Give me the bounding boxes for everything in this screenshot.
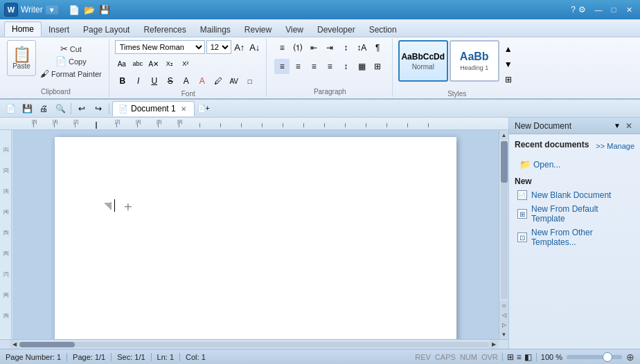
- tab-developer[interactable]: Developer: [310, 23, 362, 37]
- document-canvas[interactable]: [12, 130, 499, 339]
- open-icon[interactable]: 📂: [82, 3, 97, 17]
- font-special-btn[interactable]: Aa: [115, 57, 129, 71]
- text-bg-btn[interactable]: 🖊: [211, 73, 226, 89]
- para-spacing-btn[interactable]: ↕: [338, 40, 353, 55]
- new-section-label: New: [515, 176, 634, 186]
- new-from-other-btn[interactable]: ⊡ New From Other Templates...: [515, 226, 634, 248]
- sort-btn[interactable]: ↕A: [354, 40, 369, 55]
- zoom-in-btn[interactable]: ⊕: [626, 352, 634, 363]
- minimize-btn[interactable]: —: [592, 3, 605, 16]
- vertical-ruler: |1| |2| |3| |4| |5| |6| |7| |8| |9|: [0, 130, 12, 339]
- new-icon[interactable]: 📄: [66, 3, 82, 17]
- line-spacing-btn[interactable]: ↕: [338, 59, 353, 74]
- cut-button[interactable]: ✂ Cut: [57, 43, 85, 55]
- format-painter-button[interactable]: 🖌 Format Painter: [37, 68, 105, 80]
- tab-home[interactable]: Home: [4, 21, 42, 37]
- style-normal-card[interactable]: AaBbCcDd Normal: [398, 40, 448, 82]
- open-button[interactable]: 📁 Open...: [515, 156, 634, 172]
- hscroll-thumb[interactable]: [19, 342, 75, 347]
- font-name-select[interactable]: Times New Roman: [115, 40, 205, 54]
- toolbar-new[interactable]: 📄: [3, 102, 18, 116]
- view-icon-2[interactable]: ≡: [517, 352, 522, 362]
- styles-more[interactable]: ⊞: [501, 72, 516, 87]
- list-number-btn[interactable]: ⑴: [290, 40, 305, 55]
- hscroll-right-btn[interactable]: ▶: [489, 340, 499, 349]
- toolbar-new-tab[interactable]: 📄+: [196, 102, 211, 116]
- font-abc-btn[interactable]: abc: [131, 57, 145, 71]
- align-center-btn[interactable]: ≡: [290, 59, 305, 74]
- status-page: Page: 1/1: [73, 353, 105, 361]
- doc-tab-close[interactable]: ✕: [179, 104, 188, 113]
- view-icon-3[interactable]: ◧: [524, 352, 532, 362]
- scroll-down-btn[interactable]: ▼: [499, 329, 509, 339]
- font-sub-btn[interactable]: X₂: [163, 57, 177, 71]
- font-clear-btn[interactable]: A✕: [147, 57, 161, 71]
- strikethrough-button[interactable]: S: [163, 73, 178, 89]
- scroll-prev-btn[interactable]: ◁: [499, 310, 509, 320]
- panel-close-btn[interactable]: ✕: [623, 120, 634, 131]
- toolbar-find[interactable]: 🔍: [53, 102, 68, 116]
- view-icon-1[interactable]: ⊞: [507, 352, 514, 362]
- tab-insert[interactable]: Insert: [42, 23, 76, 37]
- tab-view[interactable]: View: [278, 23, 310, 37]
- underline-button[interactable]: U: [147, 73, 162, 89]
- vscroll-thumb[interactable]: [501, 141, 508, 183]
- border-para-btn[interactable]: ⊞: [370, 59, 385, 74]
- toolbar-print[interactable]: 🖨: [36, 102, 51, 116]
- tab-review[interactable]: Review: [238, 23, 278, 37]
- scroll-next-btn[interactable]: ▷: [499, 320, 509, 329]
- align-left-btn[interactable]: ≡: [274, 59, 290, 74]
- tab-mailings[interactable]: Mailings: [193, 23, 238, 37]
- shading-btn[interactable]: ▦: [354, 59, 369, 74]
- scroll-zoom-btn[interactable]: ○: [499, 300, 509, 310]
- bold-button[interactable]: B: [115, 73, 130, 89]
- align-right-btn[interactable]: ≡: [306, 59, 321, 74]
- help-icon[interactable]: ?: [571, 5, 576, 15]
- new-default-icon: ⊞: [517, 209, 527, 219]
- tab-references[interactable]: References: [136, 23, 193, 37]
- hscroll-left-btn[interactable]: ◀: [10, 340, 19, 349]
- manage-link[interactable]: >> Manage: [596, 142, 634, 150]
- highlight-btn[interactable]: A: [179, 73, 194, 89]
- tab-page-layout[interactable]: Page Layout: [76, 23, 136, 37]
- maximize-btn[interactable]: □: [607, 3, 621, 16]
- tab-section[interactable]: Section: [362, 23, 404, 37]
- toolbar-undo[interactable]: ↩: [74, 102, 89, 116]
- scroll-up-btn[interactable]: ▲: [499, 130, 509, 140]
- styles-scroll-down[interactable]: ▼: [501, 57, 516, 72]
- document-tab[interactable]: 📄 Document 1 ✕: [112, 101, 195, 116]
- decrease-indent-btn[interactable]: ⇤: [306, 40, 321, 55]
- list-bullet-btn[interactable]: ≡: [274, 40, 290, 55]
- copy-button[interactable]: 📄 Copy: [53, 55, 89, 67]
- align-justify-btn[interactable]: ≡: [322, 59, 337, 74]
- font-color-btn[interactable]: A: [195, 73, 210, 89]
- vscroll-track[interactable]: [501, 141, 508, 299]
- zoom-slider[interactable]: [567, 355, 622, 359]
- font-size-select[interactable]: 12: [206, 40, 231, 54]
- panel-header-controls: ▼ ✕: [614, 120, 634, 131]
- font-shrink-btn[interactable]: A↓: [248, 40, 262, 54]
- save-icon[interactable]: 💾: [97, 3, 112, 17]
- close-btn[interactable]: ✕: [622, 3, 636, 16]
- styles-scroll-up[interactable]: ▲: [501, 42, 516, 57]
- panel-dropdown-icon[interactable]: ▼: [614, 122, 621, 129]
- font-super-btn[interactable]: X²: [179, 57, 193, 71]
- style-heading1-card[interactable]: AaBb Heading 1: [450, 40, 499, 82]
- new-from-default-btn[interactable]: ⊞ New From Default Template: [515, 203, 634, 225]
- settings-icon[interactable]: ⚙: [578, 5, 586, 15]
- char-spacing-btn[interactable]: AV: [226, 73, 242, 89]
- show-para-btn[interactable]: ¶: [370, 40, 385, 55]
- new-blank-doc-btn[interactable]: 📄 New Blank Document: [515, 189, 634, 201]
- toolbar-save[interactable]: 💾: [19, 102, 35, 116]
- border-btn[interactable]: □: [242, 73, 258, 89]
- increase-indent-btn[interactable]: ⇥: [322, 40, 337, 55]
- app-dropdown[interactable]: ▼: [46, 6, 58, 15]
- document-page[interactable]: [55, 137, 456, 339]
- toolbar-redo[interactable]: ↪: [91, 102, 106, 116]
- italic-button[interactable]: I: [131, 73, 146, 89]
- svg-rect-21: [324, 123, 325, 127]
- ruler-svg: |6| |4| |2| |2| |4| |6| |8|: [12, 118, 499, 130]
- paste-button[interactable]: 📋 Paste: [7, 40, 36, 76]
- font-grow-btn[interactable]: A↑: [233, 40, 247, 54]
- hscroll-track[interactable]: [19, 342, 489, 347]
